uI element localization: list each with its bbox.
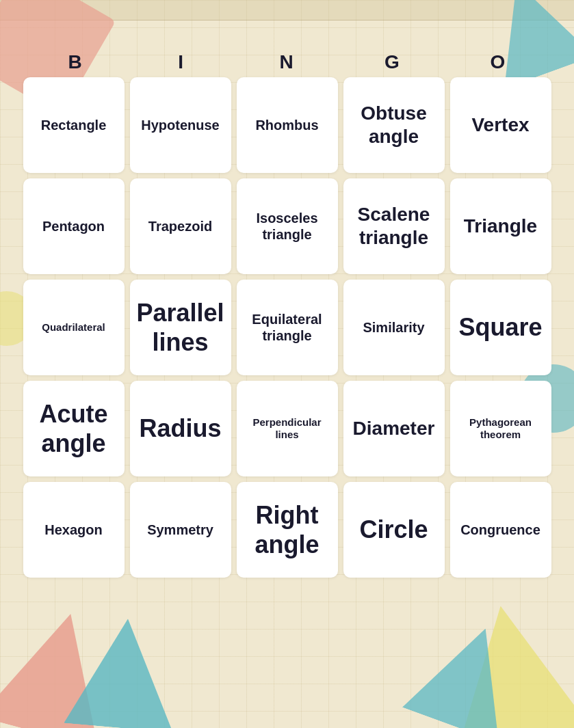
bingo-cell-8[interactable]: Scalene triangle xyxy=(343,178,445,274)
bingo-cell-9[interactable]: Triangle xyxy=(450,178,551,274)
cell-text-21: Symmetry xyxy=(147,522,213,538)
bingo-cell-7[interactable]: Isosceles triangle xyxy=(237,178,338,274)
cell-text-2: Rhombus xyxy=(255,117,318,133)
bingo-cell-3[interactable]: Obtuse angle xyxy=(343,77,445,173)
page-content: BINGO RectangleHypotenuseRhombusObtuse a… xyxy=(0,0,574,578)
bingo-cell-23[interactable]: Circle xyxy=(343,482,445,578)
cell-text-5: Pentagon xyxy=(42,218,105,234)
cell-text-23: Circle xyxy=(359,515,428,544)
bingo-cell-1[interactable]: Hypotenuse xyxy=(130,77,231,173)
cell-text-11: Parallel lines xyxy=(135,298,226,357)
bingo-cell-6[interactable]: Trapezoid xyxy=(130,178,231,274)
cell-text-6: Trapezoid xyxy=(148,218,212,234)
header-letter-g: G xyxy=(340,51,445,73)
bingo-cell-22[interactable]: Right angle xyxy=(237,482,338,578)
cell-text-9: Triangle xyxy=(464,215,537,238)
bingo-cell-14[interactable]: Square xyxy=(450,280,551,375)
cell-text-12: Equilateral triangle xyxy=(242,311,332,344)
bingo-cell-17[interactable]: Perpendicular lines xyxy=(237,381,338,476)
bingo-header: BINGO xyxy=(21,51,554,73)
bingo-cell-20[interactable]: Hexagon xyxy=(23,482,125,578)
cell-text-22: Right angle xyxy=(242,500,332,559)
cell-text-19: Pythagorean theorem xyxy=(456,416,546,441)
bingo-cell-21[interactable]: Symmetry xyxy=(130,482,231,578)
header-letter-n: N xyxy=(234,51,339,73)
bingo-cell-5[interactable]: Pentagon xyxy=(23,178,125,274)
bingo-cell-11[interactable]: Parallel lines xyxy=(130,280,231,375)
cell-text-20: Hexagon xyxy=(44,522,102,538)
bingo-cell-16[interactable]: Radius xyxy=(130,381,231,476)
cell-text-0: Rectangle xyxy=(41,117,107,133)
bingo-cell-18[interactable]: Diameter xyxy=(343,381,445,476)
bingo-cell-19[interactable]: Pythagorean theorem xyxy=(450,381,551,476)
cell-text-24: Congruence xyxy=(460,522,540,538)
cell-text-7: Isosceles triangle xyxy=(242,210,332,243)
cell-text-14: Square xyxy=(458,312,542,342)
bingo-cell-15[interactable]: Acute angle xyxy=(23,381,125,476)
cell-text-8: Scalene triangle xyxy=(349,203,439,249)
header-letter-o: O xyxy=(445,51,551,73)
header-letter-b: B xyxy=(23,51,129,73)
cell-text-1: Hypotenuse xyxy=(141,117,219,133)
bingo-cell-0[interactable]: Rectangle xyxy=(23,77,125,173)
cell-text-10: Quadrilateral xyxy=(42,321,105,334)
bingo-card: BINGO RectangleHypotenuseRhombusObtuse a… xyxy=(21,51,554,578)
bingo-cell-10[interactable]: Quadrilateral xyxy=(23,280,125,375)
bingo-cell-13[interactable]: Similarity xyxy=(343,280,445,375)
cell-text-18: Diameter xyxy=(353,417,435,440)
cell-text-3: Obtuse angle xyxy=(349,102,439,148)
bingo-cell-2[interactable]: Rhombus xyxy=(237,77,338,173)
cell-text-17: Perpendicular lines xyxy=(242,416,332,441)
header-letter-i: I xyxy=(129,51,234,73)
bingo-cell-24[interactable]: Congruence xyxy=(450,482,551,578)
cell-text-16: Radius xyxy=(139,414,221,443)
cell-text-13: Similarity xyxy=(363,319,424,336)
bingo-cell-4[interactable]: Vertex xyxy=(450,77,551,173)
cell-text-4: Vertex xyxy=(471,113,529,137)
cell-text-15: Acute angle xyxy=(29,399,119,458)
bingo-grid: RectangleHypotenuseRhombusObtuse angleVe… xyxy=(21,77,554,578)
bingo-cell-12[interactable]: Equilateral triangle xyxy=(237,280,338,375)
